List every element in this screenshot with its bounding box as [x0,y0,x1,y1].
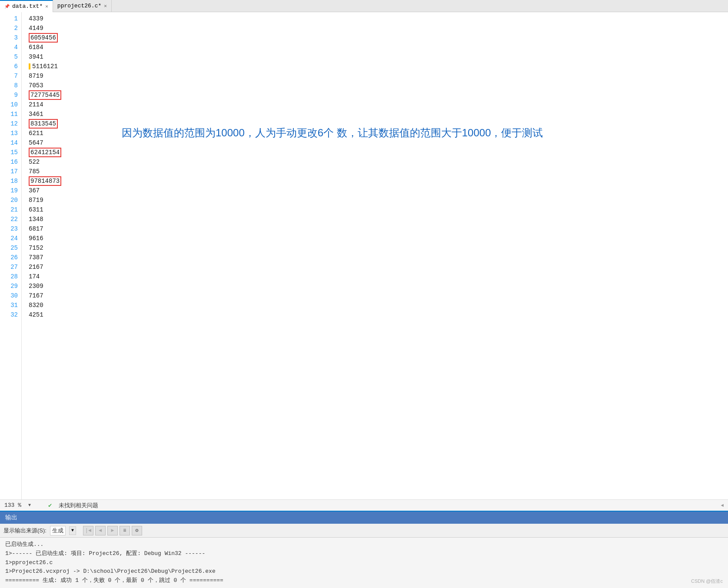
code-line-23: 6817 [29,224,728,234]
line-number-22: 22 [3,215,18,224]
code-line-21: 6311 [29,205,728,215]
code-content[interactable]: 4339414960594566184394151161218719705372… [22,12,728,499]
tab-label-2: pproject26.c* [57,3,101,9]
line-number-8: 8 [3,81,18,90]
line-number-32: 32 [3,310,18,320]
output-line: 1>------ 已启动生成: 项目: Project26, 配置: Debug… [5,549,723,558]
code-line-2: 4149 [29,23,728,33]
line-number-17: 17 [3,167,18,176]
line-value-6: 5116121 [32,62,58,71]
line-number-25: 25 [3,243,18,253]
line-value-31: 8320 [29,301,43,310]
code-line-24: 9616 [29,234,728,243]
code-line-5: 3941 [29,52,728,62]
tab-close-icon[interactable]: ✕ [45,3,48,9]
code-line-7: 8719 [29,71,728,81]
tab-bar: 📌 data.txt* ✕ pproject26.c* ✕ [0,0,728,12]
line-number-11: 11 [3,109,18,119]
line-number-26: 26 [3,253,18,262]
line-value-30: 7167 [29,291,43,301]
output-line: 1>Project26.vcxproj -> D:\school\Project… [5,567,723,576]
code-line-25: 7152 [29,243,728,253]
line-number-23: 23 [3,224,18,234]
code-line-10: 2114 [29,100,728,109]
code-line-6: 5116121 [29,62,728,71]
tab-pproject26[interactable]: pproject26.c* ✕ [53,0,112,12]
code-line-27: 2167 [29,262,728,272]
line-number-6: 6 [3,62,18,71]
line-number-15: 15 [3,148,18,157]
line-number-2: 2 [3,23,18,33]
check-icon: ✔ [48,502,52,509]
line-number-20: 20 [3,195,18,205]
code-line-22: 1348 [29,215,728,224]
code-line-17: 785 [29,167,728,176]
line-number-13: 13 [3,129,18,138]
output-icon-1[interactable]: |◄ [83,526,93,535]
line-value-7: 8719 [29,71,43,81]
output-icon-5[interactable]: ⚙ [132,526,142,535]
line-number-1: 1 [3,14,18,23]
line-value-5: 3941 [29,52,43,62]
output-icon-2[interactable]: ◄ [95,526,106,535]
output-line: 已启动生成... [5,540,723,549]
line-value-25: 7152 [29,243,43,253]
output-icon-3[interactable]: ► [107,526,118,535]
line-value-26: 7387 [29,253,43,262]
line-numbers: 1234567891011121314151617181920212223242… [0,12,22,499]
code-line-18: 97814873 [29,176,728,186]
status-bar: 133 % ▼ ✔ 未找到相关问题 ◄ [0,499,728,511]
code-line-20: 8719 [29,195,728,205]
line-value-16: 522 [29,157,40,167]
line-number-4: 4 [3,43,18,52]
highlighted-value-15: 62412154 [29,148,61,157]
line-number-16: 16 [3,157,18,167]
output-icon-4[interactable]: ≡ [120,526,130,535]
line-number-28: 28 [3,272,18,281]
annotation-text: 因为数据值的范围为10000，人为手动更改6个 数，让其数据值的范围大于1000… [122,125,543,141]
line-number-21: 21 [3,205,18,215]
highlighted-value-12: 8313545 [29,119,58,129]
code-line-19: 367 [29,186,728,195]
line-value-17: 785 [29,167,40,176]
code-line-9: 72775445 [29,90,728,100]
line-number-27: 27 [3,262,18,272]
line-value-23: 6817 [29,224,43,234]
line-value-24: 9616 [29,234,43,243]
output-title: 输出 [5,514,17,522]
line-value-29: 2309 [29,281,43,291]
line-number-9: 9 [3,90,18,100]
tab-data-txt[interactable]: 📌 data.txt* ✕ [0,0,53,12]
line-value-1: 4339 [29,14,43,23]
output-source-label: 显示输出来源(S): [3,527,47,535]
output-source-select[interactable]: 生成 [50,526,66,535]
code-line-32: 4251 [29,310,728,320]
line-value-32: 4251 [29,310,43,320]
line-value-19: 367 [29,186,40,195]
line-value-22: 1348 [29,215,43,224]
output-toolbar: 显示输出来源(S): 生成 ▼ |◄ ◄ ► ≡ ⚙ [0,524,728,538]
code-line-4: 6184 [29,43,728,52]
highlighted-value-3: 6059456 [29,33,58,43]
line-number-12: 12 [3,119,18,129]
line-value-2: 4149 [29,23,43,33]
line-number-31: 31 [3,301,18,310]
line-number-29: 29 [3,281,18,291]
zoom-level: 133 % [4,502,21,509]
yellow-marker-6 [29,63,30,69]
code-line-26: 7387 [29,253,728,262]
tab-label: data.txt* [12,3,43,10]
code-line-28: 174 [29,272,728,281]
editor-area[interactable]: 1234567891011121314151617181920212223242… [0,12,728,499]
highlighted-value-9: 72775445 [29,90,61,100]
code-line-1: 4339 [29,14,728,23]
code-line-29: 2309 [29,281,728,291]
tab-close-icon-2[interactable]: ✕ [104,3,107,9]
watermark: CSDN @佰渣c [691,578,723,585]
dropdown-icon[interactable]: ▼ [28,503,31,508]
output-dropdown-btn[interactable]: ▼ [69,526,76,535]
editor-container: 1234567891011121314151617181920212223242… [0,12,728,588]
code-line-8: 7053 [29,81,728,90]
code-line-3: 6059456 [29,33,728,43]
tab-pin-icon: 📌 [4,4,10,9]
